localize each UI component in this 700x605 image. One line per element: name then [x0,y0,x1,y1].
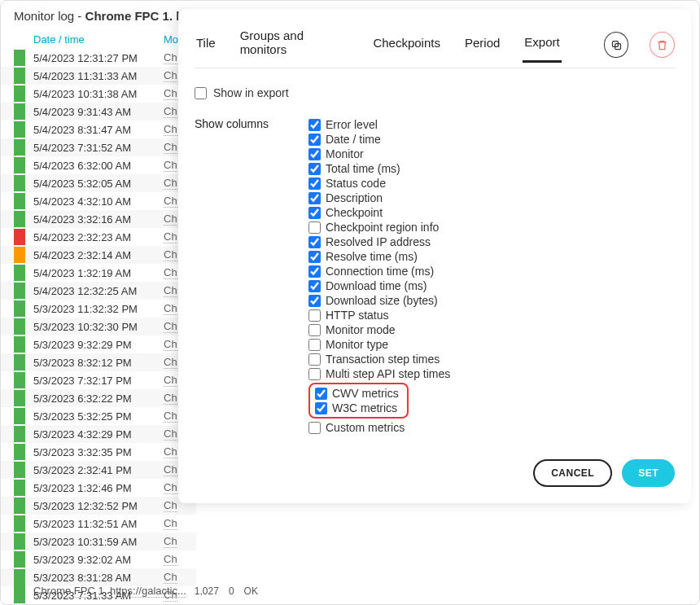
column-option: Date / time [308,132,675,147]
monitor-cell: Ch [164,213,177,226]
log-row[interactable]: 5/4/2023 12:31:27 PMCh [1,49,196,67]
datetime-cell: 5/3/2023 3:32:35 PM [33,446,164,458]
log-row[interactable]: 5/3/2023 12:32:52 PMCh [1,497,196,515]
status-indicator [14,247,25,263]
column-checkbox[interactable] [308,368,321,380]
log-row[interactable]: 5/4/2023 1:32:19 AMCh [1,264,196,282]
monitor-cell: Ch [164,177,177,190]
column-checkbox[interactable] [308,251,321,263]
column-checkbox[interactable] [308,265,321,278]
log-row[interactable]: 5/4/2023 9:31:43 AMCh [1,103,196,121]
log-row[interactable]: 5/4/2023 10:31:38 AMCh [1,85,196,103]
tab-period[interactable]: Period [463,29,501,61]
column-checkbox[interactable] [308,192,321,204]
tab-tile[interactable]: Tile [195,29,217,61]
column-checkbox[interactable] [308,207,321,219]
log-row[interactable]: 5/3/2023 9:32:29 PMCh [1,335,196,353]
col-header-monitor[interactable]: Mo [164,33,178,46]
column-checkbox[interactable] [308,295,321,307]
log-row[interactable]: 5/4/2023 12:32:25 AMCh [1,282,196,300]
log-row[interactable]: 5/3/2023 10:31:59 AMCh [1,533,196,550]
datetime-cell: 5/3/2023 7:32:17 PM [33,375,164,387]
status-indicator [14,354,25,370]
datetime-cell: 5/4/2023 5:32:05 AM [33,178,164,190]
status-indicator [14,498,25,514]
status-indicator [14,533,25,550]
column-checkbox[interactable] [308,119,321,131]
column-label: Total time (ms) [326,162,400,175]
log-row[interactable]: 5/3/2023 3:32:35 PMCh [1,443,196,461]
log-row[interactable]: 5/4/2023 11:31:33 AMCh [1,67,196,85]
datetime-cell: 5/4/2023 1:32:19 AM [33,267,164,279]
log-row[interactable]: 5/3/2023 10:32:30 PMCh [1,318,196,335]
log-row[interactable]: 5/3/2023 2:32:41 PMCh [1,461,196,479]
set-button[interactable]: SET [622,459,675,487]
monitor-cell: Ch [164,51,177,64]
monitor-cell: Ch [164,141,177,154]
log-row[interactable]: 5/4/2023 3:32:16 AMCh [1,210,196,228]
status-indicator [14,121,25,138]
log-row[interactable]: 5/3/2023 1:32:46 PMCh [1,479,196,497]
column-checkbox[interactable] [308,422,321,434]
status-indicator [14,193,25,209]
log-row[interactable]: 5/4/2023 8:31:47 AMCh [1,121,196,138]
copy-icon [610,39,623,51]
status-indicator [14,372,25,388]
column-checkbox[interactable] [308,163,321,175]
log-row[interactable]: 5/4/2023 5:32:05 AMCh [1,174,196,192]
log-row[interactable]: 5/3/2023 6:32:22 PMCh [1,389,196,407]
datetime-cell: 5/4/2023 12:31:27 PM [33,52,164,64]
tab-groups-and-monitors[interactable]: Groups and monitors [238,22,351,68]
status-indicator [14,480,25,496]
monitor-cell: Ch [164,87,177,100]
column-checkbox[interactable] [308,236,321,248]
log-row[interactable]: 5/4/2023 7:31:52 AMCh [1,138,196,156]
column-checkbox[interactable] [308,178,321,190]
log-row[interactable]: 5/3/2023 5:32:25 PMCh [1,407,196,425]
log-row[interactable]: 5/4/2023 2:32:23 AMCh [1,228,196,246]
log-row[interactable]: 5/4/2023 4:32:10 AMCh [1,192,196,210]
status-indicator [14,318,25,335]
status-indicator [14,444,25,460]
column-option: Description [308,191,675,205]
column-checkbox[interactable] [315,402,327,414]
datetime-cell: 5/4/2023 6:32:00 AM [33,160,164,172]
cancel-button[interactable]: CANCEL [533,459,612,487]
column-checkbox[interactable] [308,353,321,366]
column-option: Error level [308,117,675,132]
column-label: Error level [326,118,378,131]
column-checkbox[interactable] [315,388,327,400]
copy-button[interactable] [604,32,629,58]
datetime-cell: 5/4/2023 3:32:16 AM [33,213,164,226]
column-checkbox[interactable] [308,148,321,160]
log-row[interactable]: 5/3/2023 7:32:17 PMCh [1,371,196,389]
status-indicator [14,229,25,245]
tab-export[interactable]: Export [523,28,561,63]
delete-button[interactable] [650,32,675,58]
log-row[interactable]: 5/3/2023 11:32:32 PMCh [1,300,196,318]
column-checkbox[interactable] [308,339,321,351]
column-option: Download time (ms) [308,278,675,293]
column-label: Date / time [326,133,381,146]
tab-checkpoints[interactable]: Checkpoints [371,29,442,61]
column-label: Multi step API step times [326,367,450,380]
col-header-date[interactable]: Date / time [33,33,164,46]
log-row[interactable]: 5/3/2023 8:32:12 PMCh [1,353,196,371]
log-row[interactable]: 5/3/2023 11:32:51 AMCh [1,515,196,533]
show-in-export-checkbox[interactable] [195,87,207,99]
column-checkbox[interactable] [308,221,321,234]
log-row[interactable]: 5/4/2023 2:32:14 AMCh [1,246,196,264]
datetime-cell: 5/3/2023 8:31:28 AM [33,572,164,584]
column-checkbox[interactable] [308,309,321,322]
column-checkbox[interactable] [308,134,321,146]
datetime-cell: 5/3/2023 5:32:25 PM [33,410,164,423]
column-checkbox[interactable] [308,324,321,336]
column-checkbox[interactable] [308,280,321,292]
datetime-cell: 5/3/2023 12:32:52 PM [33,500,164,512]
highlighted-options: CWV metricsW3C metrics [308,383,409,419]
log-row[interactable]: 5/4/2023 6:32:00 AMCh [1,156,196,174]
datetime-cell: 5/4/2023 2:32:14 AM [33,249,164,261]
datetime-cell: 5/3/2023 6:32:22 PM [33,392,164,405]
log-row[interactable]: 5/3/2023 4:32:29 PMCh [1,425,196,443]
log-row[interactable]: 5/3/2023 9:32:02 AMCh [1,550,196,568]
